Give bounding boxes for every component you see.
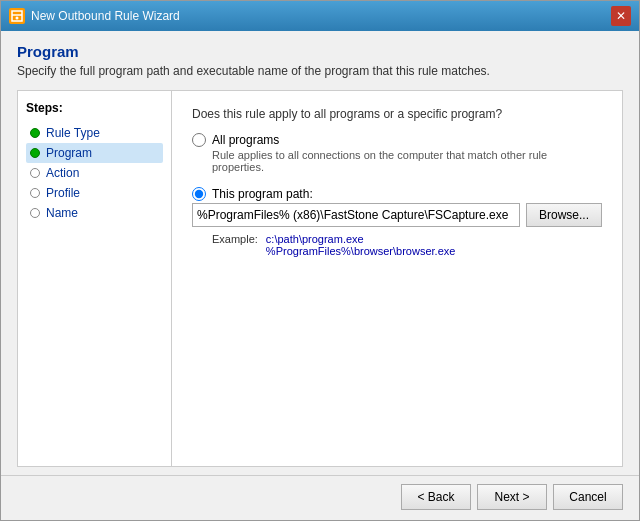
example-value: c:\path\program.exe%ProgramFiles%\browse… — [266, 233, 456, 257]
main-window: New Outbound Rule Wizard ✕ Program Speci… — [0, 0, 640, 521]
radio-group: All programs Rule applies to all connect… — [192, 133, 602, 257]
sidebar-label-action: Action — [46, 166, 79, 180]
this-program-radio[interactable] — [192, 187, 206, 201]
next-button[interactable]: Next > — [477, 484, 547, 510]
all-programs-text: All programs — [212, 133, 279, 147]
path-row: Browse... — [192, 203, 602, 227]
sidebar-item-program[interactable]: Program — [26, 143, 163, 163]
sidebar-label-name: Name — [46, 206, 78, 220]
program-dot — [30, 148, 40, 158]
sidebar-label-rule-type: Rule Type — [46, 126, 100, 140]
sidebar: Steps: Rule Type Program Action Profile — [17, 90, 172, 467]
cancel-button[interactable]: Cancel — [553, 484, 623, 510]
content-area: Program Specify the full program path an… — [1, 31, 639, 475]
name-dot — [30, 208, 40, 218]
title-bar-text: New Outbound Rule Wizard — [31, 9, 605, 23]
browse-button[interactable]: Browse... — [526, 203, 602, 227]
all-programs-label[interactable]: All programs — [192, 133, 602, 147]
title-bar: New Outbound Rule Wizard ✕ — [1, 1, 639, 31]
path-section: Browse... Example: c:\path\program.exe%P… — [192, 203, 602, 257]
this-program-option: This program path: Browse... Example: c:… — [192, 187, 602, 257]
sidebar-item-name[interactable]: Name — [26, 203, 163, 223]
path-input[interactable] — [192, 203, 520, 227]
this-program-text: This program path: — [212, 187, 313, 201]
right-panel: Does this rule apply to all programs or … — [172, 90, 623, 467]
example-row: Example: c:\path\program.exe%ProgramFile… — [212, 233, 602, 257]
all-programs-sublabel: Rule applies to all connections on the c… — [212, 149, 602, 173]
sidebar-item-profile[interactable]: Profile — [26, 183, 163, 203]
main-layout: Steps: Rule Type Program Action Profile — [17, 90, 623, 467]
close-button[interactable]: ✕ — [611, 6, 631, 26]
question-text: Does this rule apply to all programs or … — [192, 107, 602, 121]
page-title: Program — [17, 43, 623, 60]
profile-dot — [30, 188, 40, 198]
all-programs-radio[interactable] — [192, 133, 206, 147]
sidebar-label-profile: Profile — [46, 186, 80, 200]
all-programs-option: All programs Rule applies to all connect… — [192, 133, 602, 173]
sidebar-label-program: Program — [46, 146, 92, 160]
app-icon — [9, 8, 25, 24]
action-dot — [30, 168, 40, 178]
rule-type-dot — [30, 128, 40, 138]
footer: < Back Next > Cancel — [1, 475, 639, 520]
sidebar-title: Steps: — [26, 101, 163, 115]
back-button[interactable]: < Back — [401, 484, 471, 510]
sidebar-item-action[interactable]: Action — [26, 163, 163, 183]
sidebar-item-rule-type[interactable]: Rule Type — [26, 123, 163, 143]
page-description: Specify the full program path and execut… — [17, 64, 623, 78]
this-program-label[interactable]: This program path: — [192, 187, 602, 201]
svg-point-2 — [16, 17, 19, 20]
example-label: Example: — [212, 233, 258, 257]
